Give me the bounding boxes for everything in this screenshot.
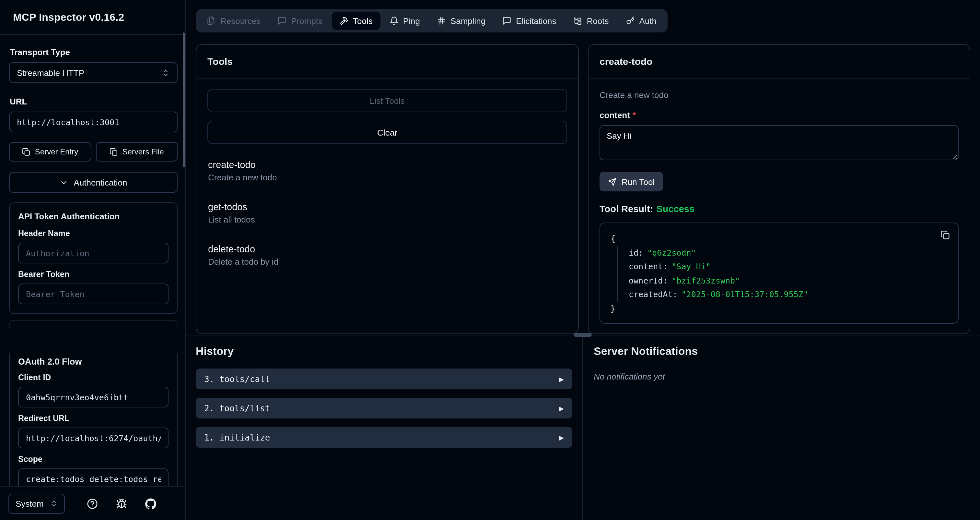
message-square-icon <box>277 16 286 25</box>
history-title: History <box>196 345 572 358</box>
github-icon <box>145 498 156 509</box>
copy-icon <box>22 148 30 156</box>
tool-result-json-box: { id:"q6z2sodn" content:"Say Hi" ownerId… <box>600 223 959 324</box>
hash-icon <box>437 16 446 25</box>
tab-label: Sampling <box>450 16 485 26</box>
main-area: Resources Prompts Tools Ping Sampling <box>186 0 980 520</box>
tab-label: Ping <box>403 16 420 26</box>
tab-elicitations[interactable]: Elicitations <box>495 12 564 30</box>
copy-icon <box>109 148 118 156</box>
history-row-initialize[interactable]: 1. initialize ▶ <box>196 427 572 448</box>
tab-sampling[interactable]: Sampling <box>429 12 493 30</box>
tool-name: delete-todo <box>208 244 566 254</box>
client-id-field-wrap <box>18 387 169 407</box>
chevron-down-icon <box>60 178 68 187</box>
bearer-token-field-wrap <box>18 284 169 304</box>
servers-file-button[interactable]: Servers File <box>95 142 178 161</box>
tool-list-item-create-todo[interactable]: create-todo Create a new todo <box>207 156 567 198</box>
required-marker: * <box>633 110 636 120</box>
tool-list: create-todo Create a new todo get-todos … <box>207 156 567 282</box>
tab-auth[interactable]: Auth <box>618 12 665 30</box>
history-row-tools-call[interactable]: 3. tools/call ▶ <box>196 368 572 389</box>
tool-list-item-delete-todo[interactable]: delete-todo Delete a todo by id <box>207 240 567 282</box>
bearer-token-input[interactable] <box>26 289 161 299</box>
content-field-label: content* <box>600 110 959 120</box>
tab-label: Elicitations <box>516 16 556 26</box>
sidebar: MCP Inspector v0.16.2 Transport Type Str… <box>0 0 186 520</box>
tool-description: Delete a todo by id <box>208 257 566 266</box>
tool-detail-title: create-todo <box>589 45 970 78</box>
hammer-icon <box>339 16 348 25</box>
chevrons-up-down-icon <box>161 69 170 77</box>
server-entry-label: Server Entry <box>35 147 78 156</box>
content-textarea[interactable]: Say Hi <box>600 125 959 160</box>
tab-ping[interactable]: Ping <box>382 12 428 30</box>
oauth-flow-title: OAuth 2.0 Flow <box>18 357 169 367</box>
run-tool-label: Run Tool <box>622 177 655 187</box>
tool-detail-body: Create a new todo content* Say Hi Run To… <box>589 78 970 333</box>
github-button[interactable] <box>145 498 156 509</box>
tool-detail-description: Create a new todo <box>600 90 959 100</box>
transport-type-label: Transport Type <box>10 47 178 57</box>
redirect-url-label: Redirect URL <box>18 414 169 423</box>
authentication-toggle[interactable]: Authentication <box>9 172 178 193</box>
theme-select[interactable]: System <box>8 493 65 514</box>
authentication-toggle-label: Authentication <box>74 177 127 187</box>
json-row: createdAt:"2025-08-01T15:37:05.955Z" <box>629 287 948 301</box>
tab-tools[interactable]: Tools <box>331 12 380 30</box>
server-notifications-panel: Server Notifications No notifications ye… <box>583 335 980 520</box>
tab-prompts[interactable]: Prompts <box>270 12 330 30</box>
tab-label: Roots <box>587 16 609 26</box>
send-icon <box>608 177 616 186</box>
horizontal-splitter <box>186 335 980 335</box>
client-id-input[interactable] <box>26 392 161 402</box>
redirect-url-input[interactable] <box>26 433 161 443</box>
tools-panel: Tools List Tools Clear create-todo Creat… <box>196 44 579 334</box>
report-bug-button[interactable] <box>116 498 127 509</box>
server-notifications-title: Server Notifications <box>594 345 980 358</box>
url-input[interactable] <box>17 117 170 127</box>
message-square-icon <box>502 16 511 25</box>
help-circle-icon <box>87 498 98 509</box>
transport-type-select[interactable]: Streamable HTTP <box>9 62 178 83</box>
copy-result-button[interactable] <box>940 230 950 240</box>
sidebar-scrollbar-thumb[interactable] <box>183 32 185 167</box>
tool-detail-panel: create-todo Create a new todo content* S… <box>588 44 970 334</box>
url-label: URL <box>10 97 178 107</box>
client-id-label: Client ID <box>18 373 169 382</box>
tools-panel-body: List Tools Clear create-todo Create a ne… <box>196 78 578 333</box>
url-field-wrap <box>9 112 178 132</box>
header-name-label: Header Name <box>18 229 169 238</box>
tab-resources[interactable]: Resources <box>199 12 268 30</box>
tool-result-status: Success <box>656 204 695 214</box>
json-value: "q6z2sodn" <box>647 247 696 257</box>
tool-list-item-get-todos[interactable]: get-todos List all todos <box>207 198 567 240</box>
json-open-brace: { <box>611 231 948 246</box>
tree-icon <box>573 16 582 25</box>
tool-description: Create a new todo <box>208 172 566 182</box>
tab-label: Tools <box>353 16 373 26</box>
json-rows: id:"q6z2sodn" content:"Say Hi" ownerId:"… <box>617 246 948 301</box>
bell-icon <box>390 16 399 25</box>
tabbar: Resources Prompts Tools Ping Sampling <box>196 9 668 32</box>
tab-label: Auth <box>640 16 657 26</box>
history-row-tools-list[interactable]: 2. tools/list ▶ <box>196 398 572 418</box>
tab-label: Resources <box>220 16 261 26</box>
list-tools-button[interactable]: List Tools <box>207 89 567 112</box>
collapsed-card-fragment <box>9 320 178 332</box>
history-panel: History 3. tools/call ▶ 2. tools/list ▶ … <box>186 335 583 520</box>
json-key: id: <box>629 247 643 257</box>
splitter-drag-handle[interactable] <box>574 333 592 337</box>
sidebar-footer: System <box>0 486 185 520</box>
clear-button[interactable]: Clear <box>207 121 567 144</box>
json-key: ownerId: <box>629 275 668 285</box>
tab-roots[interactable]: Roots <box>565 12 617 30</box>
expand-arrow-icon: ▶ <box>559 434 564 441</box>
footer-icons <box>87 498 156 509</box>
server-entry-button[interactable]: Server Entry <box>9 142 91 161</box>
run-tool-button[interactable]: Run Tool <box>600 172 663 191</box>
header-name-input[interactable] <box>26 248 161 258</box>
help-button[interactable] <box>87 498 98 509</box>
chevrons-up-down-icon <box>50 499 58 507</box>
scope-input[interactable] <box>26 474 161 484</box>
